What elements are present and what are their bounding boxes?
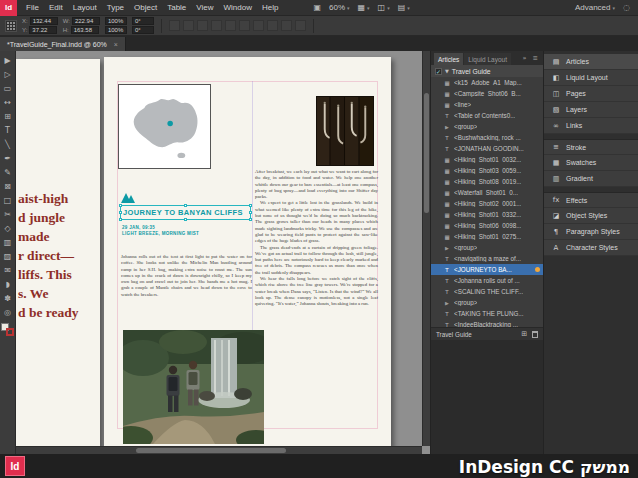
article-item-row[interactable]: T <JONATHAN GOODIN... [431,143,543,154]
article-item-row[interactable]: ▦ <k15_Adobe_A1_Map... [431,77,543,88]
flip-horizontal-button[interactable] [169,20,180,31]
selection-handle[interactable] [119,204,122,207]
article-item-row[interactable]: ▦ <Hiking_Shot02_0001... [431,198,543,209]
dock-button-articles[interactable]: ▤ Articles [544,54,638,70]
zoom-tool-button[interactable]: ◎ [1,305,15,319]
hikers-photo-image[interactable] [123,330,264,444]
stack-windows-icon[interactable]: ▣ [313,3,321,12]
dock-button-liquid-layout[interactable]: ◧ Liquid Layout [544,70,638,86]
scale-y-field[interactable]: 100% [105,26,127,34]
document-canvas[interactable]: aist-highd junglemader direct—liffs. Thi… [16,51,430,454]
menu-item[interactable]: Object [129,0,162,16]
document-tab[interactable]: *TravelGuide_Final.indd @ 60% × [0,37,126,51]
collapse-panel-icon[interactable]: » [521,54,529,62]
dock-button-pages[interactable]: ◫ Pages [544,86,638,102]
selection-handle[interactable] [249,218,252,221]
content-collector-tool-button[interactable]: ⊞ [1,109,15,123]
article-item-row[interactable]: T <IndeeBlacktracking ... [431,319,543,327]
menu-item[interactable]: Type [102,0,129,16]
rotation-field[interactable]: 0° [132,17,154,25]
panel-menu-icon[interactable]: ≡ [531,54,540,62]
new-article-icon[interactable]: ⊞ [521,330,527,338]
hand-tool-button[interactable]: ✽ [1,291,15,305]
article-item-row[interactable]: ▦ <Hiking_Shot08_0019... [431,176,543,187]
fit-frame-button[interactable] [253,20,264,31]
dock-button-effects[interactable]: fx Effects [544,192,638,208]
search-icon[interactable]: ◌ [623,3,630,12]
article-item-row[interactable]: ▦ <Hiking_Shot01_0275... [431,231,543,242]
pen-tool-button[interactable]: ✒ [1,151,15,165]
x-position-field[interactable]: 132.44 [30,17,58,25]
selection-handle[interactable] [184,204,187,207]
dock-button-character-styles[interactable]: A Character Styles [544,240,638,256]
article-item-row[interactable]: T <Table of Contents0... [431,110,543,121]
y-position-field[interactable]: 37.22 [29,26,57,34]
indesign-app-icon[interactable]: Id [0,0,17,16]
menu-item[interactable]: Layout [68,0,102,16]
menu-item[interactable]: Edit [44,0,68,16]
article-root-row[interactable]: ✓ ▼ Travel Guide [431,65,543,77]
expand-caret-icon[interactable]: ▼ [445,68,449,74]
height-field[interactable]: 163.58 [71,26,99,34]
article-item-row[interactable]: ▶ <group> [431,121,543,132]
article-item-row[interactable]: T <Johanna rolls out of ... [431,275,543,286]
selection-handle[interactable] [184,218,187,221]
dock-button-links[interactable]: ∞ Links [544,118,638,134]
selection-handle[interactable] [119,211,122,214]
tab-articles[interactable]: Articles [434,53,463,65]
corner-options-button[interactable] [267,20,278,31]
article-item-row[interactable]: T <TAKING THE PLUNG... [431,308,543,319]
selection-handle[interactable] [249,204,252,207]
menu-item[interactable]: File [21,0,44,16]
rectangle-frame-tool-button[interactable]: ⊠ [1,179,15,193]
article-item-row[interactable]: T <SCALING THE CLIFF... [431,286,543,297]
type-tool-button[interactable]: T [1,123,15,137]
dock-button-swatches[interactable]: ▦ Swatches [544,155,638,171]
page-tool-button[interactable]: ▭ [1,81,15,95]
dock-button-object-styles[interactable]: ◪ Object Styles [544,208,638,224]
stroke-color-swatch[interactable] [6,328,14,336]
zoom-level-dropdown[interactable]: 60%▾ [329,3,350,12]
gap-tool-button[interactable]: ↔ [1,95,15,109]
article-item-row[interactable]: T <navigating a maze of... [431,253,543,264]
delete-article-icon[interactable] [532,331,538,338]
article-heading-frame[interactable]: JOURNEY TO BANYAN CLIFFS [120,205,251,220]
eyedropper-tool-button[interactable]: ◗ [1,277,15,291]
dock-button-layers[interactable]: ▧ Layers [544,102,638,118]
select-container-button[interactable] [225,20,236,31]
gradient-feather-tool-button[interactable]: ▨ [1,249,15,263]
selection-tool-button[interactable]: ▶ [1,53,15,67]
body-column-left[interactable]: Johanna rolls out of the tent at first l… [121,254,252,298]
body-column-right[interactable]: After breakfast, we each lay out what we… [255,169,378,308]
menu-item[interactable]: View [191,0,218,16]
note-tool-button[interactable]: ✉ [1,263,15,277]
width-field[interactable]: 222.94 [72,17,100,25]
dock-button-paragraph-styles[interactable]: ¶ Paragraph Styles [544,224,638,240]
drop-shadow-button[interactable] [295,20,306,31]
vertical-scrollbar[interactable] [422,51,430,446]
article-item-row[interactable]: ▦ <Waterfall_Shot01_0... [431,187,543,198]
view-options-dropdown[interactable]: ▦▾ [358,3,370,12]
horizontal-scrollbar-thumb[interactable] [136,448,286,453]
close-icon[interactable]: × [114,41,118,48]
menu-item[interactable]: Window [219,0,257,16]
tab-liquid-layout[interactable]: Liquid Layout [464,53,511,65]
article-item-row[interactable]: T <JOURNEYTO BA... [431,264,543,275]
selection-handle[interactable] [249,211,252,214]
article-item-row[interactable]: ▶ <group> [431,242,543,253]
fill-stroke-proxy[interactable] [1,323,14,336]
article-item-row[interactable]: ▶ <group> [431,297,543,308]
screen-mode-dropdown[interactable]: ◫▾ [378,3,390,12]
australia-map-image[interactable] [118,84,211,169]
article-item-row[interactable]: ▦ <Hiking_Shot06_0098... [431,220,543,231]
line-tool-button[interactable]: ╲ [1,137,15,151]
flip-vertical-button[interactable] [183,20,194,31]
article-item-row[interactable]: ▦ <Hiking_Shot03_0059... [431,165,543,176]
article-item-row[interactable]: ▦ <Campsite_Shot06_B... [431,88,543,99]
select-content-button[interactable] [239,20,250,31]
reference-point-proxy[interactable] [5,20,17,32]
menu-item[interactable]: Table [162,0,191,16]
dock-button-stroke[interactable]: ≡ Stroke [544,139,638,155]
arrange-documents-dropdown[interactable]: ▤▾ [398,3,410,12]
free-transform-tool-button[interactable]: ◇ [1,221,15,235]
